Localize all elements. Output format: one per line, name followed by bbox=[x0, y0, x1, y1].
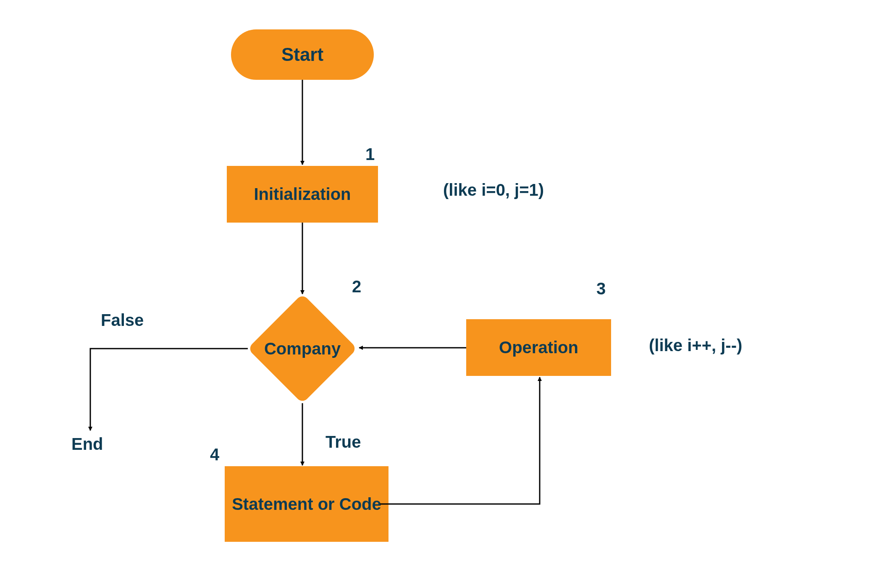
annotation-operation: (like i++, j--) bbox=[649, 336, 742, 355]
step-number-4: 4 bbox=[210, 445, 219, 464]
arrow-decision-false-to-end bbox=[90, 349, 248, 430]
edge-label-false: False bbox=[101, 311, 144, 330]
flowchart-canvas: Start Initialization 1 (like i=0, j=1) C… bbox=[0, 0, 882, 588]
node-initialization: Initialization bbox=[227, 166, 378, 223]
step-number-1: 1 bbox=[365, 145, 375, 164]
node-decision: Company bbox=[248, 294, 357, 403]
step-number-2: 2 bbox=[352, 277, 361, 296]
node-operation: Operation bbox=[466, 319, 611, 376]
node-start: Start bbox=[231, 29, 374, 80]
node-decision-label: Company bbox=[264, 339, 341, 358]
arrow-statement-to-operation bbox=[380, 377, 540, 504]
node-statement-label: Statement or Code bbox=[232, 494, 381, 514]
annotation-init: (like i=0, j=1) bbox=[443, 181, 544, 200]
flowchart-arrows bbox=[0, 0, 882, 588]
node-initialization-label: Initialization bbox=[254, 185, 351, 204]
edge-label-true: True bbox=[326, 433, 361, 452]
edge-label-end: End bbox=[71, 435, 103, 454]
node-statement: Statement or Code bbox=[225, 466, 388, 542]
node-operation-label: Operation bbox=[499, 338, 578, 357]
step-number-3: 3 bbox=[596, 279, 606, 298]
node-start-label: Start bbox=[281, 44, 323, 65]
